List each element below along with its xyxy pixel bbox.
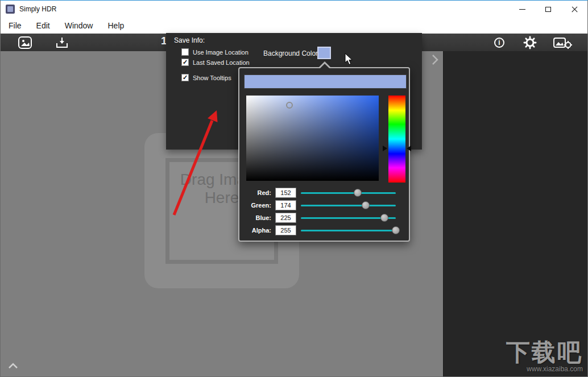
checkbox-label: Last Saved Location xyxy=(193,59,250,66)
background-color-label: Background Color xyxy=(263,49,318,57)
checkbox-box[interactable]: ✓ xyxy=(181,59,189,66)
color-picker-popup: Red: Green: Blue: Alpha: xyxy=(238,67,410,242)
red-label: Red: xyxy=(239,189,271,196)
settings-gear-icon xyxy=(523,36,537,49)
alpha-input[interactable] xyxy=(275,225,296,235)
checkbox-use-image-location[interactable]: ✓ Use Image Location xyxy=(181,48,249,56)
menubar: File Edit Window Help xyxy=(1,18,587,34)
bottom-panel-expand-button[interactable] xyxy=(7,362,19,370)
menu-edit[interactable]: Edit xyxy=(29,18,57,34)
saturation-brightness-field[interactable] xyxy=(246,96,379,181)
green-input[interactable] xyxy=(275,200,296,210)
blue-label: Blue: xyxy=(239,214,271,221)
sidebar-expand-button[interactable] xyxy=(430,53,440,66)
red-input[interactable] xyxy=(275,188,296,198)
window-controls xyxy=(509,1,587,18)
checkbox-label: Use Image Location xyxy=(193,49,249,56)
maximize-button[interactable] xyxy=(535,1,561,18)
checkbox-show-tooltips[interactable]: ✓ Show Tooltips xyxy=(181,74,231,81)
settings-button[interactable] xyxy=(521,35,539,50)
blue-input[interactable] xyxy=(275,213,296,223)
checkmark-icon: ✓ xyxy=(183,59,188,66)
hue-marker-right-icon[interactable] xyxy=(407,146,411,151)
app-icon xyxy=(6,5,15,14)
titlebar: Simply HDR xyxy=(1,1,587,18)
checkmark-icon: ✓ xyxy=(183,74,188,81)
minimize-button[interactable] xyxy=(509,1,535,18)
popup-caret-inner xyxy=(320,64,330,69)
import-image-icon xyxy=(55,36,69,49)
image-settings-icon xyxy=(553,36,572,49)
menu-file[interactable]: File xyxy=(1,18,29,34)
menu-window[interactable]: Window xyxy=(57,18,101,34)
chevron-up-icon xyxy=(7,362,19,370)
new-image-button[interactable] xyxy=(16,35,34,50)
window-title: Simply HDR xyxy=(19,5,56,13)
alpha-slider-handle[interactable] xyxy=(392,226,400,234)
alpha-label: Alpha: xyxy=(239,227,271,234)
blue-slider-handle[interactable] xyxy=(380,214,388,222)
image-settings-button[interactable] xyxy=(551,35,574,50)
channel-row-blue: Blue: xyxy=(239,213,409,223)
checkbox-box[interactable]: ✓ xyxy=(181,48,189,56)
background-color-swatch[interactable] xyxy=(317,47,331,59)
right-sidebar xyxy=(443,51,588,377)
channel-row-green: Green: xyxy=(239,200,409,211)
maximize-icon xyxy=(545,7,551,12)
menu-help[interactable]: Help xyxy=(100,18,131,34)
new-image-icon xyxy=(18,36,32,49)
checkbox-box[interactable]: ✓ xyxy=(181,74,189,81)
info-button[interactable]: i xyxy=(491,35,508,50)
checkbox-last-saved-location[interactable]: ✓ Last Saved Location xyxy=(181,59,250,66)
hue-marker-left-icon[interactable] xyxy=(383,146,387,151)
close-icon xyxy=(572,6,578,13)
close-button[interactable] xyxy=(561,1,587,18)
chevron-right-icon xyxy=(430,53,440,66)
app-window: Simply HDR File Edit Window Help xyxy=(0,0,588,377)
blue-slider-track[interactable] xyxy=(301,217,396,219)
red-slider-handle[interactable] xyxy=(354,189,362,197)
green-slider-handle[interactable] xyxy=(362,201,370,209)
channel-row-red: Red: xyxy=(239,188,409,198)
green-slider-track[interactable] xyxy=(301,205,396,206)
color-preview-bar xyxy=(244,74,407,89)
hue-slider[interactable] xyxy=(388,96,405,183)
alpha-slider-track[interactable] xyxy=(301,230,396,231)
save-info-title: Save Info: xyxy=(174,36,205,44)
color-field-cursor[interactable] xyxy=(286,102,293,109)
import-image-button[interactable] xyxy=(53,35,71,50)
info-icon: i xyxy=(494,38,504,48)
checkbox-label: Show Tooltips xyxy=(193,74,231,81)
green-label: Green: xyxy=(239,202,271,209)
red-slider-track[interactable] xyxy=(301,192,396,194)
channel-row-alpha: Alpha: xyxy=(239,225,409,236)
minimize-icon xyxy=(519,9,525,10)
